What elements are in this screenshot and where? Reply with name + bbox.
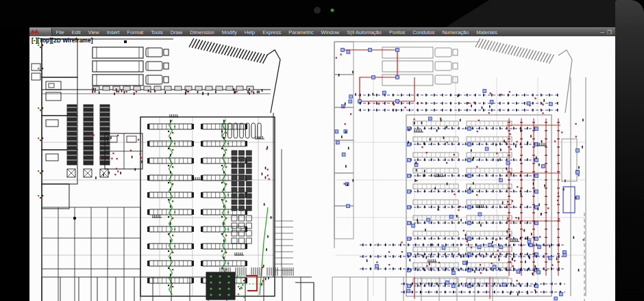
left-floor-plan (32, 38, 314, 301)
marketing-composite: FileEditViewInsertFormatToolsDrawDimensi… (0, 0, 644, 301)
diagonal-shade (29, 0, 615, 27)
window-controls: ─ ❐ (600, 28, 615, 36)
text-cursor (124, 40, 127, 43)
status-dot (314, 7, 321, 14)
drawing-canvas[interactable]: [-][Top][2D Wireframe] (29, 36, 615, 301)
autocad-logo-icon (29, 28, 40, 36)
cad-drawing (29, 36, 615, 301)
restore-icon[interactable]: ❐ (607, 28, 612, 37)
viewport-controls-label[interactable]: [-][Top][2D Wireframe] (32, 37, 92, 44)
minimize-icon[interactable]: ─ (600, 28, 604, 37)
right-floor-plan (332, 38, 586, 301)
top-black-band (0, 0, 644, 27)
green-indicator-dot (331, 9, 334, 12)
menu-bar: FileEditViewInsertFormatToolsDrawDimensi… (29, 27, 615, 36)
autocad-window: FileEditViewInsertFormatToolsDrawDimensi… (29, 27, 615, 301)
right-dark-band (615, 0, 644, 301)
